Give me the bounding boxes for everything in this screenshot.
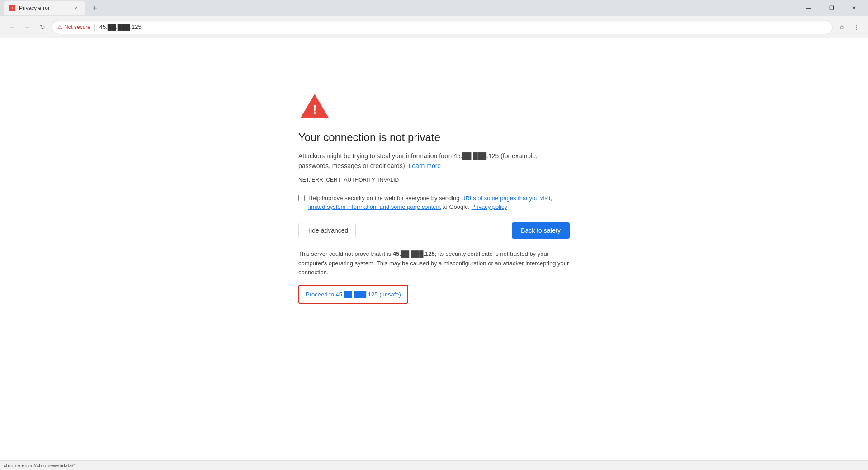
bookmark-button[interactable]: ☆ [835,21,848,33]
back-to-safety-button[interactable]: Back to safety [512,222,570,239]
page-content: ! Your connection is not private Attacke… [0,38,868,460]
privacy-policy-link[interactable]: Privacy policy [472,203,507,210]
proceed-link-container: Proceed to 45.██.███.125 (unsafe) [298,285,408,304]
tab-close-button[interactable]: × [72,5,80,12]
learn-more-link[interactable]: Learn more [409,162,441,169]
tab-favicon: ! [9,5,15,11]
checkbox-text-after: to Google. [441,203,470,210]
checkbox-section: Help improve security on the web for eve… [298,194,570,212]
checkbox-label: Help improve security on the web for eve… [308,194,570,212]
server-description: This server could not prove that it is 4… [298,249,570,277]
button-row: Hide advanced Back to safety [298,222,570,239]
maximize-button[interactable]: ❐ [821,1,842,15]
status-bar-text: chrome-error://chromewebdata/# [4,463,76,468]
server-ip: 45.██.███.125 [393,250,435,257]
minimize-button[interactable]: — [798,1,819,15]
error-title: Your connection is not private [298,131,570,144]
proceed-link[interactable]: Proceed to 45.██.███.125 (unsafe) [306,291,401,298]
error-code: NET::ERR_CERT_AUTHORITY_INVALID [298,177,570,183]
forward-button[interactable]: → [21,21,33,33]
not-secure-label: Not secure [64,24,90,30]
ip-address-inline: 45.██.███.125 [453,152,499,160]
checkbox-text-before: Help improve security on the web for eve… [308,195,461,202]
server-desc-part1: This server could not prove that it is [298,250,393,257]
error-icon: ! [298,92,570,122]
improve-security-checkbox[interactable] [298,195,305,201]
not-secure-indicator[interactable]: ⚠ Not secure [57,24,90,30]
back-button[interactable]: ← [5,21,18,33]
reload-button[interactable]: ↻ [36,21,49,33]
title-bar: ! Privacy error × + — ❐ ✕ [0,0,868,16]
toolbar-right: ☆ ⋮ [835,21,863,33]
description-part1: Attackers might be trying to steal your … [298,152,453,160]
address-separator: | [94,24,96,31]
window-controls: — ❐ ✕ [798,1,864,15]
address-text: 45.██.███.125 [99,24,827,30]
browser-tab[interactable]: ! Privacy error × [4,1,85,15]
address-bar[interactable]: ⚠ Not secure | 45.██.███.125 [52,20,833,34]
error-container: ! Your connection is not private Attacke… [298,92,570,304]
warning-icon: ⚠ [57,24,62,30]
warning-triangle-icon: ! [298,92,331,120]
close-button[interactable]: ✕ [844,1,864,15]
hide-advanced-button[interactable]: Hide advanced [298,223,356,238]
tab-label: Privacy error [19,5,69,11]
svg-text:!: ! [312,103,316,117]
new-tab-button[interactable]: + [89,2,101,14]
menu-button[interactable]: ⋮ [850,21,863,33]
error-description: Attackers might be trying to steal your … [298,151,570,171]
toolbar: ← → ↻ ⚠ Not secure | 45.██.███.125 ☆ ⋮ [0,16,868,38]
status-bar: chrome-error://chromewebdata/# [0,460,868,470]
